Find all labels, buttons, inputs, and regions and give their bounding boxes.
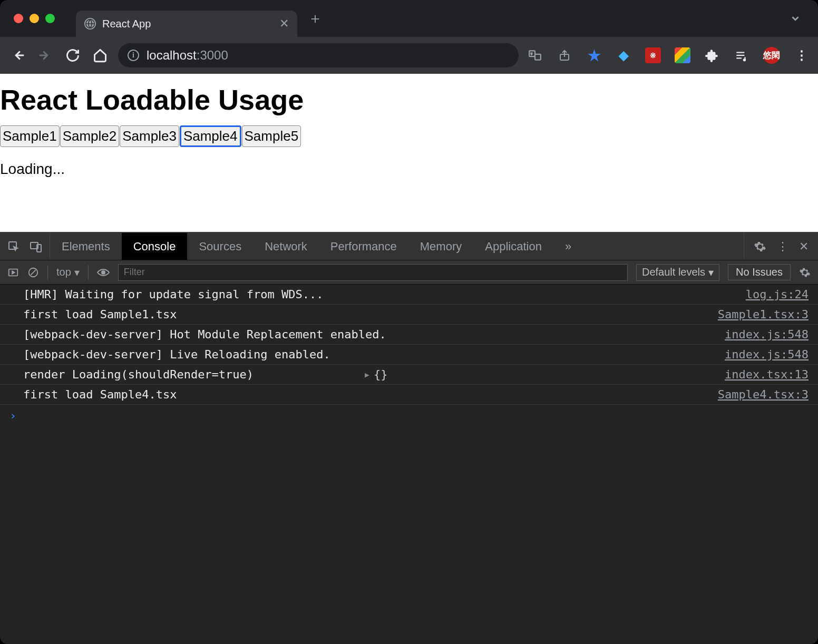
forward-button[interactable] — [36, 46, 55, 65]
tab-title: React App — [102, 18, 151, 30]
console-output: [HMR] Waiting for update signal from WDS… — [0, 285, 818, 644]
devtools-tab-sources[interactable]: Sources — [187, 233, 253, 260]
colors-extension-icon[interactable] — [675, 47, 690, 63]
console-row: [webpack-dev-server] Hot Module Replacem… — [0, 325, 818, 345]
extensions-icon[interactable] — [704, 47, 720, 63]
devtools-left-controls — [0, 233, 50, 260]
url-text: localhost:3000 — [147, 48, 228, 63]
devtools-tab-network[interactable]: Network — [253, 233, 319, 260]
console-source-link[interactable]: Sample1.tsx:3 — [718, 308, 809, 321]
console-source-link[interactable]: index.js:548 — [725, 348, 809, 361]
chrome-menu-icon[interactable]: ⋮ — [794, 47, 810, 63]
svg-line-16 — [31, 270, 35, 275]
console-sidebar-toggle-icon[interactable] — [7, 267, 19, 278]
diamond-extension-icon[interactable]: ◆ — [616, 47, 631, 63]
globe-icon — [84, 18, 96, 30]
loading-text: Loading... — [0, 153, 818, 178]
console-message: render Loading(shouldRender=true) — [23, 368, 361, 381]
console-source-link[interactable]: Sample4.tsx:3 — [718, 388, 809, 401]
devtools-tab-memory[interactable]: Memory — [408, 233, 473, 260]
new-tab-button[interactable]: ＋ — [308, 8, 323, 28]
page-content: React Loadable Usage Sample1Sample2Sampl… — [0, 74, 818, 232]
issues-button[interactable]: No Issues — [728, 264, 791, 280]
sample-button-5[interactable]: Sample5 — [242, 125, 301, 147]
devtools-tab-console[interactable]: Console — [122, 233, 188, 260]
media-control-icon[interactable] — [734, 47, 749, 63]
devtools-panel: ElementsConsoleSourcesNetworkPerformance… — [0, 232, 818, 644]
context-selector[interactable]: top ▾ — [56, 266, 80, 279]
sample-button-row: Sample1Sample2Sample3Sample4Sample5 — [0, 119, 818, 153]
console-settings-icon[interactable] — [799, 267, 811, 278]
window-maximize-icon[interactable] — [45, 14, 55, 23]
devtools-close-icon[interactable]: ✕ — [799, 240, 809, 253]
console-message: [HMR] Waiting for update signal from WDS… — [23, 288, 746, 301]
console-object[interactable]: {} — [374, 368, 388, 381]
console-filter-bar: top ▾ Default levels ▾ No Issues — [0, 260, 818, 285]
console-message: first load Sample4.tsx — [23, 388, 718, 401]
window-controls — [14, 14, 55, 23]
url-host: localhost — [147, 48, 197, 62]
devtools-tab-performance[interactable]: Performance — [319, 233, 408, 260]
page-heading: React Loadable Usage — [0, 74, 818, 119]
devtools-menu-icon[interactable]: ⋮ — [777, 240, 788, 253]
console-row: [webpack-dev-server] Live Reloading enab… — [0, 345, 818, 365]
url-port: :3000 — [197, 48, 228, 62]
sample-button-2[interactable]: Sample2 — [60, 125, 120, 147]
console-filter-input[interactable] — [118, 264, 628, 281]
browser-tab[interactable]: React App ✕ — [76, 11, 297, 37]
devtools-tab-application[interactable]: Application — [473, 233, 553, 260]
tab-dropdown-icon[interactable] — [790, 13, 812, 24]
translate-icon[interactable] — [527, 47, 543, 63]
profile-avatar[interactable]: 悠閑 — [763, 47, 780, 64]
sample-button-3[interactable]: Sample3 — [120, 125, 179, 147]
bookmark-star-icon[interactable]: ★ — [586, 47, 602, 63]
devtools-tab-elements[interactable]: Elements — [50, 233, 122, 260]
browser-window: React App ✕ ＋ i localhost:3000 — [0, 0, 818, 644]
red-extension-icon[interactable]: ※ — [645, 47, 661, 63]
console-message: [webpack-dev-server] Hot Module Replacem… — [23, 328, 725, 341]
devtools-more-tabs[interactable]: » — [553, 233, 583, 260]
sample-button-4[interactable]: Sample4 — [180, 125, 241, 147]
svg-point-9 — [744, 59, 745, 61]
close-tab-icon[interactable]: ✕ — [279, 17, 289, 31]
address-bar[interactable]: i localhost:3000 — [118, 43, 519, 67]
inspect-element-icon[interactable] — [7, 240, 20, 253]
svg-point-17 — [102, 271, 105, 274]
svg-rect-4 — [535, 54, 541, 60]
share-icon[interactable] — [557, 47, 572, 63]
clear-console-icon[interactable] — [27, 267, 39, 278]
devtools-settings-icon[interactable] — [754, 240, 766, 253]
titlebar: React App ✕ ＋ — [0, 0, 818, 37]
home-button[interactable] — [91, 46, 110, 65]
console-source-link[interactable]: index.tsx:13 — [725, 368, 809, 381]
devtools-right-controls: ⋮ ✕ — [744, 233, 818, 260]
log-levels-selector[interactable]: Default levels ▾ — [636, 264, 719, 281]
console-row: first load Sample4.tsxSample4.tsx:3 — [0, 385, 818, 405]
back-button[interactable] — [8, 46, 27, 65]
site-info-icon[interactable]: i — [128, 50, 139, 61]
browser-toolbar: i localhost:3000 ★ ◆ ※ 悠閑 ⋮ — [0, 37, 818, 74]
console-row: render Loading(shouldRender=true)▸{}inde… — [0, 365, 818, 385]
expand-object-icon[interactable]: ▸ — [364, 368, 371, 381]
svg-marker-14 — [12, 271, 15, 274]
toolbar-actions: ★ ◆ ※ 悠閑 ⋮ — [527, 47, 810, 64]
reload-button[interactable] — [63, 46, 82, 65]
device-toolbar-icon[interactable] — [30, 240, 42, 253]
console-row: [HMR] Waiting for update signal from WDS… — [0, 285, 818, 305]
window-close-icon[interactable] — [14, 14, 23, 23]
console-source-link[interactable]: index.js:548 — [725, 328, 809, 341]
console-message: [webpack-dev-server] Live Reloading enab… — [23, 348, 725, 361]
console-source-link[interactable]: log.js:24 — [746, 288, 809, 301]
console-row: first load Sample1.tsxSample1.tsx:3 — [0, 305, 818, 325]
window-minimize-icon[interactable] — [30, 14, 39, 23]
live-expression-icon[interactable] — [97, 268, 110, 277]
sample-button-1[interactable]: Sample1 — [0, 125, 60, 147]
console-prompt[interactable]: › — [0, 405, 818, 426]
console-message: first load Sample1.tsx — [23, 308, 718, 321]
devtools-tabbar: ElementsConsoleSourcesNetworkPerformance… — [0, 233, 818, 260]
